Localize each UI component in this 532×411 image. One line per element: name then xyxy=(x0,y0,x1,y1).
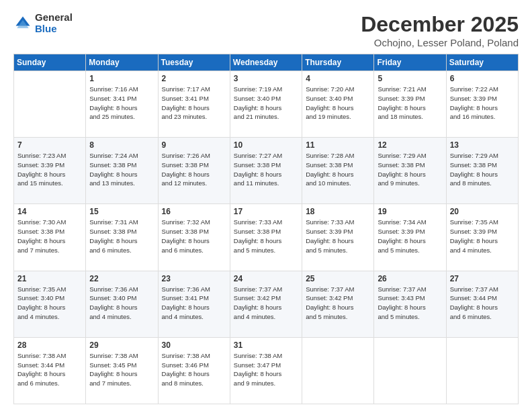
calendar-cell: 9Sunrise: 7:26 AMSunset: 3:38 PMDaylight… xyxy=(158,138,230,204)
day-info: Sunrise: 7:23 AMSunset: 3:39 PMDaylight:… xyxy=(17,151,82,188)
day-info: Sunrise: 7:29 AMSunset: 3:38 PMDaylight:… xyxy=(450,151,515,188)
calendar-cell: 18Sunrise: 7:33 AMSunset: 3:39 PMDayligh… xyxy=(302,204,374,271)
title-block: December 2025 Ochojno, Lesser Poland, Po… xyxy=(361,12,519,48)
day-number: 10 xyxy=(234,140,298,150)
day-number: 14 xyxy=(17,207,82,216)
day-number: 26 xyxy=(378,274,442,283)
calendar-cell: 25Sunrise: 7:37 AMSunset: 3:42 PMDayligh… xyxy=(302,271,374,337)
day-info: Sunrise: 7:37 AMSunset: 3:42 PMDaylight:… xyxy=(234,285,298,322)
calendar-cell: 31Sunrise: 7:38 AMSunset: 3:47 PMDayligh… xyxy=(230,337,302,404)
day-number: 16 xyxy=(162,207,226,216)
calendar-cell: 2Sunrise: 7:17 AMSunset: 3:41 PMDaylight… xyxy=(158,71,230,138)
day-number: 19 xyxy=(378,207,442,216)
day-info: Sunrise: 7:35 AMSunset: 3:40 PMDaylight:… xyxy=(17,285,82,322)
calendar-cell: 4Sunrise: 7:20 AMSunset: 3:40 PMDaylight… xyxy=(302,71,374,138)
title-month: December 2025 xyxy=(361,12,519,37)
day-info: Sunrise: 7:30 AMSunset: 3:38 PMDaylight:… xyxy=(17,218,82,255)
day-info: Sunrise: 7:36 AMSunset: 3:40 PMDaylight:… xyxy=(89,285,154,322)
day-info: Sunrise: 7:22 AMSunset: 3:39 PMDaylight:… xyxy=(450,85,515,122)
calendar-cell: 15Sunrise: 7:31 AMSunset: 3:38 PMDayligh… xyxy=(86,204,158,271)
day-number: 5 xyxy=(378,74,442,83)
day-info: Sunrise: 7:26 AMSunset: 3:38 PMDaylight:… xyxy=(162,151,226,188)
day-number: 9 xyxy=(162,140,226,150)
day-number: 3 xyxy=(234,74,298,83)
day-info: Sunrise: 7:33 AMSunset: 3:39 PMDaylight:… xyxy=(306,218,370,255)
day-number: 27 xyxy=(450,274,515,283)
day-number: 4 xyxy=(306,74,370,83)
day-number: 8 xyxy=(89,140,154,150)
day-info: Sunrise: 7:19 AMSunset: 3:40 PMDaylight:… xyxy=(234,85,298,122)
day-info: Sunrise: 7:37 AMSunset: 3:44 PMDaylight:… xyxy=(450,285,515,322)
day-number: 1 xyxy=(89,74,154,83)
day-number: 28 xyxy=(17,340,82,350)
day-number: 2 xyxy=(162,74,226,83)
col-monday: Monday xyxy=(86,54,158,71)
logo-general-text: General xyxy=(35,12,73,24)
day-info: Sunrise: 7:36 AMSunset: 3:41 PMDaylight:… xyxy=(162,285,226,322)
calendar-cell xyxy=(14,71,86,138)
col-saturday: Saturday xyxy=(446,54,518,71)
day-number: 12 xyxy=(378,140,442,150)
day-number: 21 xyxy=(17,274,82,283)
logo-icon xyxy=(13,14,32,33)
calendar-cell: 7Sunrise: 7:23 AMSunset: 3:39 PMDaylight… xyxy=(14,138,86,204)
day-info: Sunrise: 7:16 AMSunset: 3:41 PMDaylight:… xyxy=(89,85,154,122)
day-number: 20 xyxy=(450,207,515,216)
day-info: Sunrise: 7:38 AMSunset: 3:47 PMDaylight:… xyxy=(234,351,298,388)
day-number: 23 xyxy=(162,274,226,283)
calendar-cell: 26Sunrise: 7:37 AMSunset: 3:43 PMDayligh… xyxy=(374,271,446,337)
calendar-cell: 10Sunrise: 7:27 AMSunset: 3:38 PMDayligh… xyxy=(230,138,302,204)
day-info: Sunrise: 7:31 AMSunset: 3:38 PMDaylight:… xyxy=(89,218,154,255)
logo-text: General Blue xyxy=(35,12,73,34)
day-info: Sunrise: 7:38 AMSunset: 3:46 PMDaylight:… xyxy=(162,351,226,388)
calendar-cell xyxy=(446,337,518,404)
day-number: 6 xyxy=(450,74,515,83)
calendar-cell: 30Sunrise: 7:38 AMSunset: 3:46 PMDayligh… xyxy=(158,337,230,404)
day-number: 7 xyxy=(17,140,82,150)
day-number: 15 xyxy=(89,207,154,216)
calendar-cell: 13Sunrise: 7:29 AMSunset: 3:38 PMDayligh… xyxy=(446,138,518,204)
day-info: Sunrise: 7:17 AMSunset: 3:41 PMDaylight:… xyxy=(162,85,226,122)
day-number: 18 xyxy=(306,207,370,216)
day-info: Sunrise: 7:29 AMSunset: 3:38 PMDaylight:… xyxy=(378,151,442,188)
col-tuesday: Tuesday xyxy=(158,54,230,71)
day-number: 13 xyxy=(450,140,515,150)
day-number: 24 xyxy=(234,274,298,283)
col-sunday: Sunday xyxy=(14,54,86,71)
col-wednesday: Wednesday xyxy=(230,54,302,71)
col-friday: Friday xyxy=(374,54,446,71)
day-info: Sunrise: 7:38 AMSunset: 3:45 PMDaylight:… xyxy=(89,351,154,388)
calendar-week-2: 14Sunrise: 7:30 AMSunset: 3:38 PMDayligh… xyxy=(14,204,519,271)
day-info: Sunrise: 7:38 AMSunset: 3:44 PMDaylight:… xyxy=(17,351,82,388)
calendar-cell: 14Sunrise: 7:30 AMSunset: 3:38 PMDayligh… xyxy=(14,204,86,271)
day-info: Sunrise: 7:33 AMSunset: 3:38 PMDaylight:… xyxy=(234,218,298,255)
calendar-cell: 1Sunrise: 7:16 AMSunset: 3:41 PMDaylight… xyxy=(86,71,158,138)
logo-blue-text: Blue xyxy=(35,24,73,35)
day-number: 30 xyxy=(162,340,226,350)
calendar-cell: 24Sunrise: 7:37 AMSunset: 3:42 PMDayligh… xyxy=(230,271,302,337)
calendar-cell: 8Sunrise: 7:24 AMSunset: 3:38 PMDaylight… xyxy=(86,138,158,204)
calendar-cell: 17Sunrise: 7:33 AMSunset: 3:38 PMDayligh… xyxy=(230,204,302,271)
header: General Blue December 2025 Ochojno, Less… xyxy=(13,12,519,48)
day-info: Sunrise: 7:21 AMSunset: 3:39 PMDaylight:… xyxy=(378,85,442,122)
logo: General Blue xyxy=(13,12,73,34)
calendar-cell: 28Sunrise: 7:38 AMSunset: 3:44 PMDayligh… xyxy=(14,337,86,404)
calendar-cell xyxy=(302,337,374,404)
calendar-cell: 6Sunrise: 7:22 AMSunset: 3:39 PMDaylight… xyxy=(446,71,518,138)
col-thursday: Thursday xyxy=(302,54,374,71)
day-number: 25 xyxy=(306,274,370,283)
calendar-week-3: 21Sunrise: 7:35 AMSunset: 3:40 PMDayligh… xyxy=(14,271,519,337)
calendar-week-1: 7Sunrise: 7:23 AMSunset: 3:39 PMDaylight… xyxy=(14,138,519,204)
day-info: Sunrise: 7:32 AMSunset: 3:38 PMDaylight:… xyxy=(162,218,226,255)
calendar-table: Sunday Monday Tuesday Wednesday Thursday… xyxy=(13,54,519,404)
title-location: Ochojno, Lesser Poland, Poland xyxy=(361,37,519,48)
day-number: 11 xyxy=(306,140,370,150)
day-info: Sunrise: 7:35 AMSunset: 3:39 PMDaylight:… xyxy=(450,218,515,255)
day-info: Sunrise: 7:27 AMSunset: 3:38 PMDaylight:… xyxy=(234,151,298,188)
calendar-cell: 5Sunrise: 7:21 AMSunset: 3:39 PMDaylight… xyxy=(374,71,446,138)
calendar-cell xyxy=(374,337,446,404)
page: General Blue December 2025 Ochojno, Less… xyxy=(0,0,532,411)
calendar-week-4: 28Sunrise: 7:38 AMSunset: 3:44 PMDayligh… xyxy=(14,337,519,404)
calendar-cell: 23Sunrise: 7:36 AMSunset: 3:41 PMDayligh… xyxy=(158,271,230,337)
day-info: Sunrise: 7:28 AMSunset: 3:38 PMDaylight:… xyxy=(306,151,370,188)
